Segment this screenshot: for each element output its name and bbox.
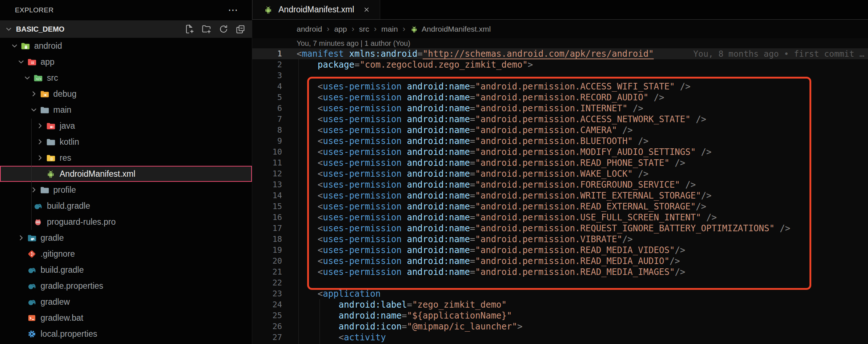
tree-item-proguard-rules-pro[interactable]: proguard-rules.pro [0,214,252,230]
tree-item-main[interactable]: main [0,102,252,118]
folder-icon: </> [33,73,43,83]
breadcrumb-separator: › [327,24,329,34]
tab-androidmanifest-xml[interactable]: AndroidManifest.xml [252,0,380,19]
breadcrumb-item-app[interactable]: app [334,25,347,33]
tree-item-java[interactable]: java [0,118,252,134]
code-editor[interactable]: You, 7 minutes ago | 1 author (You) 1<ma… [252,38,868,344]
code-text: <uses-permission android:name="android.p… [297,179,696,190]
chevron-right-icon[interactable] [28,186,40,194]
code-line-10[interactable]: 10 <uses-permission android:name="androi… [252,147,868,157]
tree-item-local-properties[interactable]: local.properties [0,326,252,342]
code-text: android:icon="@mipmap/ic_launcher"> [297,321,522,332]
tree-item-src[interactable]: </>src [0,70,252,86]
chevron-right-icon[interactable] [28,90,40,98]
line-number: 2 [252,59,282,70]
code-text: <uses-permission android:name="android.p… [297,168,648,179]
tree-item-gradle[interactable]: gradle [0,230,252,246]
breadcrumb-label: main [381,25,398,33]
code-line-19[interactable]: 19 <uses-permission android:name="androi… [252,245,868,256]
tree-item-androidmanifest-xml[interactable]: AndroidManifest.xml [0,166,252,182]
collapse-all-icon[interactable] [235,24,246,35]
code-line-23[interactable]: 23 <application [252,288,868,299]
code-line-1[interactable]: 1<manifest xmlns:android="http://schemas… [252,48,868,59]
more-actions-icon[interactable]: ⋯ [228,8,238,12]
line-number: 24 [252,299,282,310]
code-text: android:name="${applicationName}" [297,310,512,321]
tree-item-gradle-properties[interactable]: gradle.properties [0,278,252,294]
tree-item-android[interactable]: android [0,38,252,54]
tree-item-build-gradle[interactable]: build.gradle [0,198,252,214]
code-line-4[interactable]: 4 <uses-permission android:name="android… [252,81,868,92]
code-line-6[interactable]: 6 <uses-permission android:name="android… [252,103,868,114]
gitlens-codelens[interactable]: You, 7 minutes ago | 1 author (You) [252,38,868,48]
code-line-25[interactable]: 25 android:name="${applicationName}" [252,310,868,321]
tree-item-build-gradle[interactable]: build.gradle [0,262,252,278]
code-text: <uses-permission android:name="android.p… [297,190,712,201]
code-line-26[interactable]: 26 android:icon="@mipmap/ic_launcher"> [252,321,868,332]
tree-item-gradlew-bat[interactable]: gradlew.bat [0,310,252,326]
chevron-down-icon[interactable] [9,42,20,50]
code-line-21[interactable]: 21 <uses-permission android:name="androi… [252,267,868,277]
tree-item-debug[interactable]: debug [0,86,252,102]
tree-item-label: proguard-rules.pro [47,217,116,227]
code-text: <uses-permission android:name="android.p… [297,201,706,212]
breadcrumb-item-androidmanifest-xml[interactable]: AndroidManifest.xml [410,25,491,33]
new-file-icon[interactable] [184,24,195,35]
folder-icon [20,41,30,51]
code-line-17[interactable]: 17 <uses-permission android:name="androi… [252,223,868,234]
close-icon[interactable] [363,6,370,13]
chevron-down-icon[interactable] [15,58,27,66]
tree-item-label: src [47,73,58,83]
breadcrumb-label: app [334,25,347,33]
line-number: 23 [252,288,282,299]
line-number: 27 [252,332,282,343]
code-text: <uses-permission android:name="android.p… [297,136,648,147]
chevron-right-icon[interactable] [34,138,46,146]
code-line-15[interactable]: 15 <uses-permission android:name="androi… [252,201,868,212]
code-line-27[interactable]: 27 <activity [252,332,868,343]
code-line-18[interactable]: 18 <uses-permission android:name="androi… [252,234,868,245]
code-line-13[interactable]: 13 <uses-permission android:name="androi… [252,179,868,190]
code-line-2[interactable]: 2 package="com.zegocloud.zego_zimkit_dem… [252,59,868,70]
chevron-right-icon[interactable] [34,122,46,130]
code-line-5[interactable]: 5 <uses-permission android:name="android… [252,92,868,103]
code-line-22[interactable]: 22 [252,277,868,288]
chevron-down-icon[interactable] [28,106,40,114]
section-header-basic-demo[interactable]: BASIC_DEMO [0,20,252,38]
breadcrumb-item-android[interactable]: android [297,25,322,33]
tree-item--gitignore[interactable]: .gitignore [0,246,252,262]
tree-item-res[interactable]: res [0,150,252,166]
code-line-9[interactable]: 9 <uses-permission android:name="android… [252,136,868,147]
code-line-16[interactable]: 16 <uses-permission android:name="androi… [252,212,868,223]
chevron-down-icon [3,25,15,33]
tree-item-gradlew[interactable]: gradlew [0,294,252,310]
code-text: <uses-permission android:name="android.p… [297,114,706,125]
code-text: <uses-permission android:name="android.p… [297,245,685,256]
tree-item-label: debug [53,89,77,99]
code-line-14[interactable]: 14 <uses-permission android:name="androi… [252,190,868,201]
chevron-down-icon[interactable] [21,74,33,82]
code-text: <activity [297,332,386,343]
tree-item-profile[interactable]: profile [0,182,252,198]
chevron-right-icon[interactable] [34,154,46,162]
code-line-12[interactable]: 12 <uses-permission android:name="androi… [252,168,868,179]
gradle-elephant-icon [27,281,37,291]
refresh-icon[interactable] [218,24,229,35]
chevron-right-icon[interactable] [15,234,27,242]
code-line-11[interactable]: 11 <uses-permission android:name="androi… [252,157,868,168]
code-line-8[interactable]: 8 <uses-permission android:name="android… [252,125,868,136]
breadcrumb-item-src[interactable]: src [359,25,369,33]
code-line-24[interactable]: 24 android:label="zego_zimkit_demo" [252,299,868,310]
tree-item-label: profile [53,185,76,195]
code-line-3[interactable]: 3 [252,70,868,81]
tree-item-kotlin[interactable]: kotlin [0,134,252,150]
explorer-sidebar: EXPLORER ⋯ BASIC_DEMO androidapp</>srcde… [0,0,252,344]
code-text: <uses-permission android:name="android.p… [297,92,664,103]
tree-item-label: AndroidManifest.xml [60,169,135,179]
breadcrumb-item-main[interactable]: main [381,25,398,33]
new-folder-icon[interactable] [201,24,212,35]
gradle-elephant-icon [27,297,37,307]
code-line-20[interactable]: 20 <uses-permission android:name="androi… [252,256,868,267]
code-line-7[interactable]: 7 <uses-permission android:name="android… [252,114,868,125]
tree-item-app[interactable]: app [0,54,252,70]
